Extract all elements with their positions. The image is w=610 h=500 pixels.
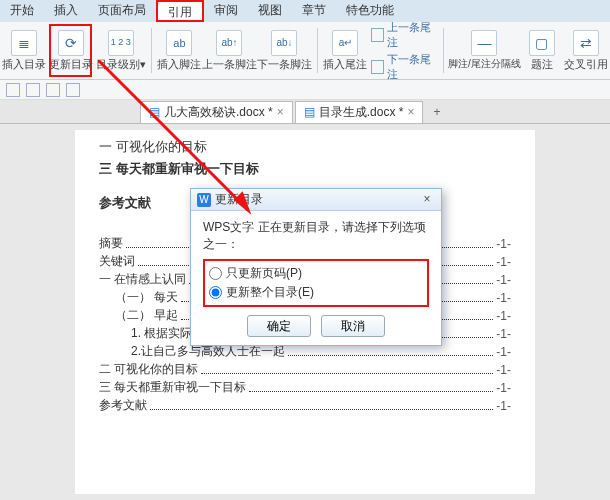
dialog-titlebar[interactable]: W 更新目录 ×: [191, 189, 441, 211]
update-toc-dialog: W 更新目录 × WPS文字 正在更新目录，请选择下列选项之一： 只更新页码(P…: [190, 188, 442, 346]
toc-text: （一） 每天: [115, 289, 178, 306]
document-tab-1[interactable]: ▤ 几大高效秘诀.docx * ×: [140, 101, 293, 123]
toc-text: 二 可视化你的目标: [99, 361, 198, 378]
prev-footnote-label: 上一条脚注: [202, 57, 257, 72]
new-tab-button[interactable]: +: [425, 105, 448, 119]
toc-page: -1-: [496, 291, 511, 305]
toc-icon: ≣: [11, 30, 37, 56]
toc-text: 三 每天都重新审视一下目标: [99, 379, 246, 396]
toc-page: -1-: [496, 327, 511, 341]
document-tab-1-label: 几大高效秘诀.docx *: [164, 104, 273, 121]
toc-text: （二） 早起: [115, 307, 178, 324]
body-text-2: 三 每天都重新审视一下目标: [99, 160, 511, 178]
refresh-icon: ⟳: [58, 30, 84, 56]
prev-endnote-icon: [371, 28, 384, 42]
toc-level-button[interactable]: 1 2 3 目录级别▾: [98, 24, 143, 77]
update-toc-button[interactable]: ⟳ 更新目录: [49, 24, 92, 77]
toc-page: -1-: [496, 381, 511, 395]
prev-footnote-button[interactable]: ab↑ 上一条脚注: [205, 24, 254, 77]
next-endnote-button[interactable]: 下一条尾注: [371, 52, 435, 82]
radio-pages-only[interactable]: [209, 267, 222, 280]
caption-label: 题注: [531, 57, 553, 72]
separator-icon: ―: [471, 30, 497, 56]
insert-footnote-button[interactable]: ab 插入脚注: [160, 24, 199, 77]
toc-line: 参考文献-1-: [99, 397, 511, 414]
insert-endnote-button[interactable]: a↵ 插入尾注: [326, 24, 365, 77]
next-footnote-icon: ab↓: [271, 30, 297, 56]
menu-tab-insert[interactable]: 插入: [44, 0, 88, 22]
close-tab-1-icon[interactable]: ×: [277, 105, 284, 119]
insert-endnote-label: 插入尾注: [323, 57, 367, 72]
next-endnote-icon: [371, 60, 384, 74]
toc-line: 二 可视化你的目标-1-: [99, 361, 511, 378]
ribbon: ≣ 插入目录 ⟳ 更新目录 1 2 3 目录级别▾ ab 插入脚注 ab↑ 上一…: [0, 22, 610, 80]
save-icon[interactable]: [6, 83, 20, 97]
menu-tab-layout[interactable]: 页面布局: [88, 0, 156, 22]
close-tab-2-icon[interactable]: ×: [407, 105, 414, 119]
doc-icon: ▤: [149, 105, 160, 119]
toc-page: -1-: [496, 363, 511, 377]
crossref-icon: ⇄: [573, 30, 599, 56]
toc-level-label: 目录级别▾: [96, 57, 146, 72]
toc-line: 三 每天都重新审视一下目标-1-: [99, 379, 511, 396]
print-icon[interactable]: [26, 83, 40, 97]
next-footnote-button[interactable]: ab↓ 下一条脚注: [260, 24, 309, 77]
option-pages-only-label: 只更新页码(P): [226, 265, 302, 282]
caption-icon: ▢: [529, 30, 555, 56]
document-tab-2-label: 目录生成.docx *: [319, 104, 404, 121]
toc-page: -1-: [496, 399, 511, 413]
doc-icon: ▤: [304, 105, 315, 119]
dialog-prompt: WPS文字 正在更新目录，请选择下列选项之一：: [203, 219, 429, 253]
menu-tab-review[interactable]: 审阅: [204, 0, 248, 22]
toc-page: -1-: [496, 345, 511, 359]
option-whole-toc[interactable]: 更新整个目录(E): [209, 284, 423, 301]
option-pages-only[interactable]: 只更新页码(P): [209, 265, 423, 282]
dialog-options: 只更新页码(P) 更新整个目录(E): [203, 259, 429, 307]
menu-tab-references[interactable]: 引用: [156, 0, 204, 22]
next-footnote-label: 下一条脚注: [257, 57, 312, 72]
separator-button[interactable]: ― 脚注/尾注分隔线: [452, 24, 517, 77]
prev-endnote-button[interactable]: 上一条尾注: [371, 20, 435, 50]
cancel-button[interactable]: 取消: [321, 315, 385, 337]
radio-whole-toc[interactable]: [209, 286, 222, 299]
insert-footnote-label: 插入脚注: [157, 57, 201, 72]
crossref-button[interactable]: ⇄ 交叉引用: [567, 24, 606, 77]
toc-text: 一 在情感上认同: [99, 271, 186, 288]
document-tab-bar: ▤ 几大高效秘诀.docx * × ▤ 目录生成.docx * × +: [0, 100, 610, 124]
undo-icon[interactable]: [66, 83, 80, 97]
close-icon[interactable]: ×: [419, 192, 435, 208]
crossref-label: 交叉引用: [564, 57, 608, 72]
insert-toc-button[interactable]: ≣ 插入目录: [4, 24, 43, 77]
toc-text: 参考文献: [99, 397, 147, 414]
toc-page: -1-: [496, 237, 511, 251]
quick-toolbar: [0, 80, 610, 100]
prev-footnote-icon: ab↑: [216, 30, 242, 56]
menu-tab-start[interactable]: 开始: [0, 0, 44, 22]
toc-page: -1-: [496, 273, 511, 287]
caption-button[interactable]: ▢ 题注: [523, 24, 561, 77]
menu-tab-chapter[interactable]: 章节: [292, 0, 336, 22]
preview-icon[interactable]: [46, 83, 60, 97]
ok-button[interactable]: 确定: [247, 315, 311, 337]
menu-tab-view[interactable]: 视图: [248, 0, 292, 22]
wps-logo-icon: W: [197, 193, 211, 207]
toc-page: -1-: [496, 255, 511, 269]
document-tab-2[interactable]: ▤ 目录生成.docx * ×: [295, 101, 424, 123]
option-whole-toc-label: 更新整个目录(E): [226, 284, 314, 301]
endnote-nav: 上一条尾注 下一条尾注: [371, 24, 435, 77]
insert-toc-label: 插入目录: [2, 57, 46, 72]
dialog-title: 更新目录: [215, 191, 263, 208]
separator-label: 脚注/尾注分隔线: [448, 57, 521, 71]
update-toc-label: 更新目录: [49, 57, 93, 72]
toc-text: 摘要: [99, 235, 123, 252]
levels-icon: 1 2 3: [108, 30, 134, 56]
body-text-1: 一 可视化你的目标: [99, 138, 511, 156]
footnote-icon: ab: [166, 30, 192, 56]
menu-bar: 开始 插入 页面布局 引用 审阅 视图 章节 特色功能: [0, 0, 610, 22]
endnote-icon: a↵: [332, 30, 358, 56]
toc-text: 关键词: [99, 253, 135, 270]
toc-page: -1-: [496, 309, 511, 323]
